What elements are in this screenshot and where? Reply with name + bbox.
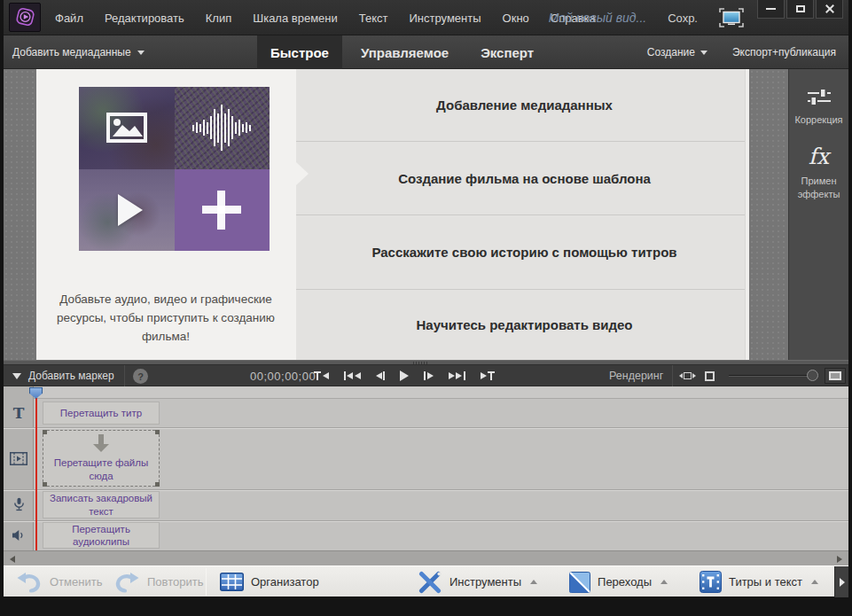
- title-track-dropzone[interactable]: Перетащить титр: [43, 402, 160, 425]
- timecode-display[interactable]: 00;00;00;00: [250, 365, 316, 386]
- tab-expert[interactable]: Эксперт: [467, 35, 547, 69]
- chevron-up-icon: [530, 580, 537, 584]
- add-media-label: Добавить медиаданные: [12, 46, 131, 58]
- scroll-left-icon[interactable]: [10, 556, 15, 563]
- titles-icon: [700, 571, 722, 593]
- menu-tools[interactable]: Инструменты: [399, 12, 492, 25]
- export-publish-button[interactable]: Экспорт+публикация: [732, 46, 836, 58]
- video-track-dropzone[interactable]: Перетащите файлы сюда: [43, 430, 160, 487]
- monitor-panel: Добавьте аудио, видео и графические ресу…: [36, 69, 296, 360]
- monitor-caption: Добавьте аудио, видео и графические ресу…: [46, 291, 285, 347]
- add-media-graphic[interactable]: [79, 87, 270, 251]
- timeline-toolbar: Добавить маркер ? 00;00;00;00 Рендеринг: [4, 365, 848, 386]
- bottombar-separator: [206, 568, 207, 596]
- timeline-tracks: T Перетащи: [4, 386, 848, 550]
- welcome-menu: Добавление медиаданных Создание фильма н…: [296, 69, 753, 360]
- play-icon: [118, 194, 143, 226]
- zoom-slider-track[interactable]: [729, 375, 817, 377]
- corner-handle: [43, 482, 47, 487]
- minimize-icon: [766, 8, 776, 10]
- waveform-icon: [192, 105, 251, 151]
- transitions-panel-button[interactable]: Переходы: [569, 572, 668, 593]
- menu-clip[interactable]: Клип: [195, 12, 242, 25]
- corner-handle: [43, 430, 47, 434]
- tools-icon: [418, 571, 442, 594]
- transport-controls: [314, 365, 495, 386]
- scroll-right-icon[interactable]: [837, 556, 842, 563]
- skip-to-start-button[interactable]: [344, 371, 361, 380]
- goto-out-point-button[interactable]: [481, 371, 496, 380]
- track-separator: [4, 427, 848, 428]
- step-forward-button[interactable]: [424, 371, 434, 380]
- menu-items: Файл Редактировать Клип Шкала времени Те…: [44, 0, 606, 35]
- goto-in-point-button[interactable]: [314, 371, 329, 380]
- panel-pointer-arrow: [296, 162, 309, 185]
- add-marker-button[interactable]: Добавить маркер: [28, 365, 114, 386]
- save-button[interactable]: Сохр.: [668, 12, 698, 25]
- organizer-grid-icon: [220, 573, 244, 591]
- close-button[interactable]: [816, 0, 843, 19]
- welcome-item-template-movie[interactable]: Создание фильма на основе шаблона: [296, 142, 753, 215]
- skip-to-end-button[interactable]: [449, 371, 465, 380]
- playhead-line: [35, 398, 37, 550]
- mode-tabs: Быстрое Управляемое Эксперт: [257, 35, 547, 69]
- zoom-to-fit-button[interactable]: [825, 368, 846, 384]
- square-icon: [829, 371, 841, 380]
- menu-file[interactable]: Файл: [44, 12, 94, 25]
- video-track-icon: [4, 452, 34, 465]
- help-button[interactable]: ?: [133, 369, 148, 384]
- speaker-icon: [4, 529, 34, 542]
- chevron-down-icon: [137, 51, 145, 55]
- corner-handle: [155, 430, 160, 434]
- zoom-slider-knob[interactable]: [807, 370, 818, 381]
- video-tile: [79, 169, 175, 252]
- zoom-fit-icon[interactable]: [679, 365, 696, 386]
- timeline-hscrollbar[interactable]: [4, 550, 848, 565]
- redo-button[interactable]: Повторить: [113, 566, 203, 597]
- tools-panel-button[interactable]: Инструменты: [418, 571, 537, 594]
- correction-label: Коррекция: [793, 113, 845, 126]
- undo-icon: [16, 572, 43, 593]
- main-area: Добавьте аудио, видео и графические ресу…: [4, 69, 848, 360]
- maximize-button[interactable]: [786, 0, 814, 19]
- voiceover-track-dropzone[interactable]: Записать закадровый текст: [43, 491, 160, 519]
- correction-button[interactable]: Коррекция: [789, 89, 848, 126]
- transitions-icon: [569, 572, 590, 593]
- title-track-icon: T: [4, 406, 34, 421]
- tools-label: Инструменты: [449, 575, 521, 589]
- audio-tile: [175, 87, 270, 169]
- menu-text[interactable]: Текст: [348, 12, 399, 25]
- titles-text-panel-button[interactable]: Титры и текст: [700, 571, 818, 593]
- welcome-item-learn-editing[interactable]: Научитесь редактировать видео: [296, 290, 753, 360]
- tab-quick[interactable]: Быстрое: [257, 35, 342, 69]
- stop-icon[interactable]: [705, 371, 715, 381]
- add-media-button[interactable]: Добавить медиаданные: [12, 35, 145, 69]
- bottom-action-bar: Отменить Повторить Организатор: [4, 565, 848, 597]
- render-button[interactable]: Рендеринг: [609, 365, 663, 386]
- create-label: Создание: [647, 46, 695, 58]
- minimize-button[interactable]: [757, 0, 785, 19]
- menu-edit[interactable]: Редактировать: [94, 12, 195, 25]
- welcome-item-add-media[interactable]: Добавление медиаданных: [296, 69, 753, 142]
- divider-grip-icon: [413, 362, 427, 364]
- welcome-item-titles-story[interactable]: Расскажите свою историю с помощью титров: [296, 215, 753, 290]
- play-button[interactable]: [400, 370, 409, 381]
- monitor-icon[interactable]: [719, 8, 744, 27]
- create-button[interactable]: Создание: [647, 46, 707, 58]
- tab-guided[interactable]: Управляемое: [348, 35, 462, 69]
- organizer-button[interactable]: Организатор: [220, 566, 319, 597]
- applied-effects-button[interactable]: fx Примен эффекты: [789, 145, 848, 200]
- left-textured-strip: [4, 69, 36, 360]
- microphone-icon: [4, 497, 34, 511]
- timeline-ruler[interactable]: [4, 386, 848, 399]
- menu-timeline[interactable]: Шкала времени: [242, 12, 348, 25]
- video-dropzone-label: Перетащите файлы сюда: [49, 456, 153, 482]
- audio-track-dropzone[interactable]: Перетащить аудиоклипы: [43, 522, 160, 549]
- menu-window[interactable]: Окно: [492, 12, 540, 25]
- step-back-button[interactable]: [376, 371, 386, 380]
- more-panels-button[interactable]: [834, 566, 848, 597]
- organizer-label: Организатор: [251, 575, 319, 589]
- redo-label: Повторить: [147, 575, 203, 589]
- marker-dropdown-icon[interactable]: [12, 373, 21, 379]
- undo-button[interactable]: Отменить: [16, 566, 102, 597]
